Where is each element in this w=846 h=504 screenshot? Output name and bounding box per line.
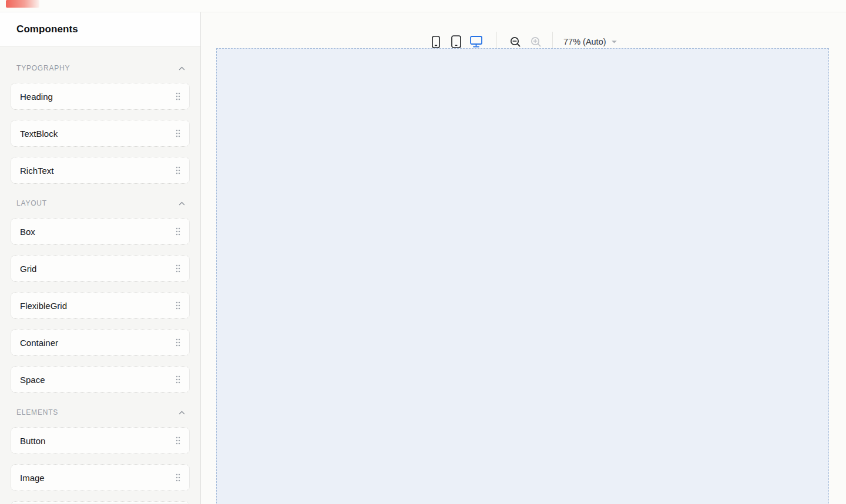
tablet-icon (451, 35, 461, 48)
design-canvas[interactable] (216, 48, 829, 504)
component-label: Space (20, 375, 45, 385)
component-label: FlexibleGrid (20, 301, 67, 311)
section-label: TYPOGRAPHY (16, 64, 70, 72)
mobile-preview-button[interactable] (428, 34, 444, 49)
zoom-level-dropdown[interactable]: 77% (Auto) (563, 37, 617, 46)
magnifier-plus-icon (531, 36, 542, 48)
recording-indicator (6, 0, 39, 8)
component-card-textblock[interactable]: TextBlock (11, 120, 190, 147)
drag-handle-icon[interactable] (175, 436, 181, 445)
canvas-workspace: 77% (Auto) (202, 12, 846, 504)
component-card-flexiblegrid[interactable]: FlexibleGrid (11, 292, 190, 319)
section-header-elements[interactable]: ELEMENTS (11, 403, 190, 427)
zoom-in-button[interactable] (528, 34, 543, 49)
component-card-heading[interactable]: Heading (11, 83, 190, 110)
component-label: RichText (20, 166, 54, 176)
component-label: Heading (20, 92, 53, 102)
zoom-out-button[interactable] (508, 34, 523, 49)
drag-handle-icon[interactable] (175, 227, 181, 236)
top-strip (0, 0, 846, 12)
components-sidebar: Components TYPOGRAPHY Heading TextBlock … (0, 12, 201, 504)
drag-handle-icon[interactable] (175, 301, 181, 310)
drag-handle-icon[interactable] (175, 166, 181, 174)
drag-handle-icon[interactable] (175, 264, 181, 273)
component-card-space[interactable]: Space (11, 366, 190, 393)
tablet-preview-button[interactable] (448, 34, 464, 49)
zoom-level-label: 77% (Auto) (563, 37, 606, 46)
chevron-up-icon[interactable] (179, 201, 185, 206)
caret-down-icon (611, 40, 617, 44)
drag-handle-icon[interactable] (175, 129, 181, 137)
component-label: Container (20, 338, 58, 348)
component-card-image[interactable]: Image (11, 464, 190, 491)
sidebar-title: Components (16, 23, 78, 35)
component-card-button[interactable]: Button (11, 427, 190, 454)
desktop-preview-button[interactable] (468, 34, 484, 49)
drag-handle-icon[interactable] (175, 92, 181, 100)
chevron-up-icon[interactable] (179, 411, 185, 415)
section-header-typography[interactable]: TYPOGRAPHY (11, 46, 190, 83)
chevron-up-icon[interactable] (179, 66, 185, 70)
component-label: Image (20, 473, 45, 483)
component-label: Grid (20, 264, 36, 274)
section-label: ELEMENTS (16, 408, 58, 416)
magnifier-minus-icon (510, 36, 521, 48)
monitor-icon (470, 36, 482, 48)
drag-handle-icon[interactable] (175, 338, 181, 347)
drag-handle-icon[interactable] (175, 375, 181, 384)
sidebar-header: Components (0, 12, 200, 46)
component-card-grid[interactable]: Grid (11, 255, 190, 282)
sidebar-content: TYPOGRAPHY Heading TextBlock RichText LA… (0, 46, 200, 503)
section-label: LAYOUT (16, 199, 47, 207)
component-card-box[interactable]: Box (11, 218, 190, 245)
component-label: TextBlock (20, 129, 58, 139)
component-label: Box (20, 227, 35, 237)
component-card-richtext[interactable]: RichText (11, 157, 190, 184)
section-header-layout[interactable]: LAYOUT (11, 194, 190, 218)
component-card-partial[interactable] (11, 501, 190, 503)
component-label: Button (20, 436, 45, 446)
drag-handle-icon[interactable] (175, 473, 181, 482)
smartphone-icon (432, 36, 440, 48)
component-card-container[interactable]: Container (11, 329, 190, 356)
